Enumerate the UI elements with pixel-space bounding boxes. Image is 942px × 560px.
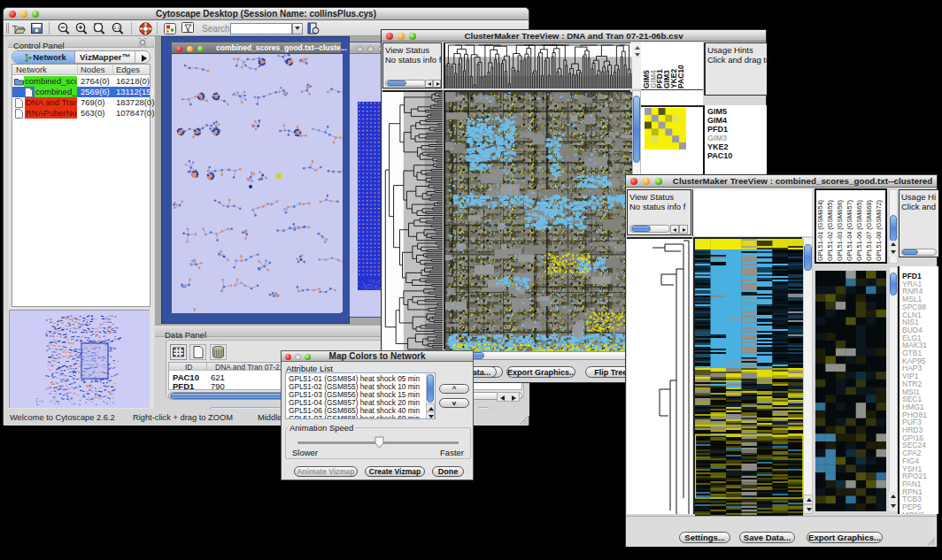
svg-text:1:1: 1:1	[114, 25, 120, 30]
